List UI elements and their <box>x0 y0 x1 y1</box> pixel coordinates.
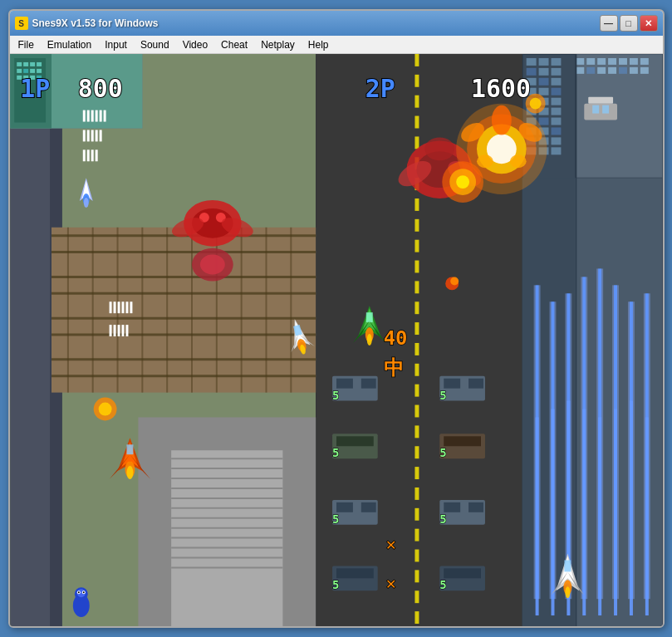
svg-point-217 <box>218 214 255 241</box>
svg-point-280 <box>74 587 87 600</box>
svg-rect-158 <box>551 137 561 145</box>
svg-rect-10 <box>55 66 61 71</box>
svg-text:1600: 1600 <box>471 74 531 103</box>
svg-rect-144 <box>30 76 35 80</box>
svg-rect-137 <box>37 62 42 66</box>
svg-point-249 <box>126 466 133 479</box>
svg-text:5: 5 <box>439 578 446 591</box>
svg-rect-1 <box>10 54 50 626</box>
svg-text:5: 5 <box>332 578 339 591</box>
svg-marker-276 <box>567 571 584 595</box>
svg-marker-265 <box>369 321 385 343</box>
svg-point-215 <box>215 213 225 223</box>
svg-rect-175 <box>627 301 634 599</box>
svg-rect-64 <box>414 343 419 355</box>
svg-rect-38 <box>538 68 548 76</box>
svg-point-218 <box>192 248 233 282</box>
svg-rect-140 <box>30 69 35 73</box>
svg-rect-60 <box>414 261 419 273</box>
svg-rect-36 <box>551 58 561 66</box>
svg-rect-146 <box>522 178 576 626</box>
window-title: Snes9X v1.53 for Windows <box>32 17 159 29</box>
svg-rect-198 <box>86 149 89 161</box>
svg-rect-153 <box>526 127 536 135</box>
svg-point-232 <box>477 154 493 168</box>
svg-rect-207 <box>109 325 111 336</box>
svg-rect-192 <box>82 130 85 141</box>
svg-rect-61 <box>414 281 419 293</box>
svg-rect-21 <box>608 58 616 65</box>
svg-text:5: 5 <box>332 446 339 459</box>
svg-rect-132 <box>10 54 52 128</box>
maximize-button[interactable]: □ <box>620 15 638 32</box>
svg-rect-142 <box>17 76 22 80</box>
game-canvas: 1P 800 2P 1600 40 中 ✕ ✕ 5 5 5 5 5 5 <box>10 54 663 626</box>
svg-point-278 <box>565 586 570 598</box>
svg-rect-145 <box>37 76 42 80</box>
svg-rect-80 <box>361 379 375 389</box>
svg-point-253 <box>83 198 88 208</box>
svg-point-219 <box>199 255 224 275</box>
svg-rect-89 <box>336 502 353 512</box>
svg-rect-274 <box>564 560 571 571</box>
svg-point-225 <box>456 104 547 194</box>
svg-text:2P: 2P <box>365 74 395 103</box>
svg-rect-186 <box>82 110 85 122</box>
svg-rect-68 <box>414 425 419 438</box>
svg-rect-211 <box>125 325 128 336</box>
svg-marker-243 <box>117 438 142 471</box>
svg-rect-159 <box>526 147 536 154</box>
svg-rect-94 <box>332 566 378 590</box>
svg-rect-209 <box>117 325 120 336</box>
svg-rect-19 <box>586 58 595 65</box>
svg-rect-134 <box>17 62 22 66</box>
svg-rect-9 <box>88 58 95 63</box>
svg-rect-182 <box>598 417 601 615</box>
menu-cheat[interactable]: Cheat <box>214 37 254 52</box>
svg-point-242 <box>529 98 541 110</box>
svg-rect-84 <box>332 434 378 458</box>
svg-rect-148 <box>538 108 548 115</box>
menu-input[interactable]: Input <box>98 37 134 52</box>
svg-point-214 <box>199 213 208 223</box>
menu-file[interactable]: File <box>12 37 41 52</box>
svg-rect-11 <box>63 66 70 71</box>
menu-netplay[interactable]: Netplay <box>254 37 302 52</box>
svg-rect-44 <box>538 88 548 96</box>
svg-rect-256 <box>292 325 302 336</box>
svg-rect-37 <box>526 68 536 76</box>
svg-rect-204 <box>121 301 124 313</box>
svg-point-279 <box>72 594 89 617</box>
svg-point-220 <box>406 140 473 198</box>
svg-rect-2 <box>50 54 62 626</box>
svg-rect-20 <box>597 58 606 65</box>
menu-video[interactable]: Video <box>176 37 214 52</box>
svg-rect-88 <box>332 500 378 525</box>
svg-point-282 <box>76 590 80 594</box>
close-button[interactable]: ✕ <box>640 15 658 32</box>
menu-sound[interactable]: Sound <box>134 37 176 52</box>
svg-point-267 <box>366 334 371 345</box>
svg-marker-255 <box>290 321 305 345</box>
svg-rect-199 <box>91 149 93 161</box>
svg-marker-251 <box>81 180 90 198</box>
svg-point-283 <box>81 590 85 594</box>
svg-rect-185 <box>645 417 648 615</box>
svg-point-223 <box>444 156 485 192</box>
svg-rect-97 <box>444 568 481 578</box>
svg-rect-43 <box>526 88 536 96</box>
svg-point-235 <box>449 169 476 195</box>
svg-rect-23 <box>629 58 637 65</box>
svg-rect-55 <box>414 157 419 169</box>
svg-rect-179 <box>551 409 554 616</box>
menu-help[interactable]: Help <box>302 37 336 52</box>
svg-rect-0 <box>10 54 316 626</box>
svg-text:✕: ✕ <box>385 574 395 593</box>
minimize-button[interactable]: — <box>600 15 618 32</box>
svg-marker-246 <box>130 454 150 479</box>
svg-rect-176 <box>645 293 648 599</box>
menu-emulation[interactable]: Emulation <box>41 37 98 52</box>
svg-rect-147 <box>526 108 536 115</box>
svg-rect-202 <box>113 301 115 313</box>
svg-point-277 <box>563 580 571 595</box>
